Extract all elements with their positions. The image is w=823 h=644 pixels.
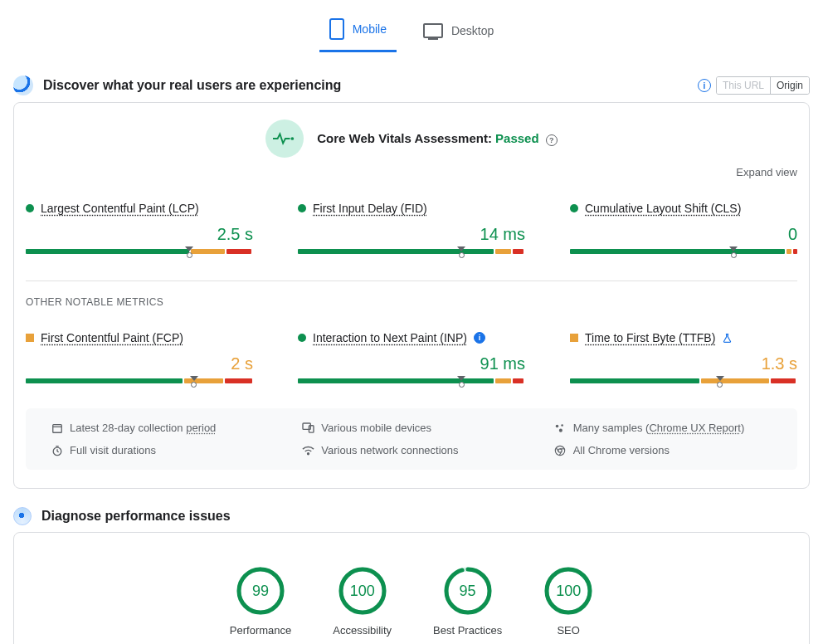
- ttfb-label[interactable]: Time to First Byte (TTFB): [585, 331, 715, 344]
- assessment-status: Passed: [495, 131, 539, 145]
- metric-fcp: First Contentful Paint (FCP) 2 s: [26, 331, 253, 383]
- info-icon[interactable]: i: [698, 79, 711, 92]
- assessment-label-text: Core Web Vitals Assessment:: [317, 131, 492, 145]
- ttfb-bar: [570, 378, 797, 383]
- tab-desktop-label: Desktop: [451, 24, 494, 37]
- fid-label[interactable]: First Input Delay (FID): [313, 202, 427, 215]
- inp-bar: [298, 378, 525, 383]
- flask-experimental-icon[interactable]: [722, 333, 733, 344]
- meta-samples: Many samples (Chrome UX Report): [554, 422, 772, 434]
- assessment-row: Core Web Vitals Assessment: Passed ?: [26, 120, 797, 158]
- metric-cls: Cumulative Layout Shift (CLS) 0: [570, 202, 797, 254]
- gauge-badge-icon: [13, 507, 32, 525]
- gauge-accessibility-score: 100: [338, 566, 387, 616]
- gauge-performance-label: Performance: [230, 624, 291, 637]
- secondary-metrics: First Contentful Paint (FCP) 2 s Interac…: [26, 331, 797, 383]
- meta-durations: Full visit durations: [51, 444, 269, 456]
- gauge-performance[interactable]: 99 Performance: [230, 566, 291, 637]
- scope-origin[interactable]: Origin: [770, 77, 809, 94]
- meta-network: Various network connections: [302, 444, 520, 456]
- status-dot-warn-icon: [570, 334, 578, 342]
- gauge-best-practices-label: Best Practices: [433, 624, 502, 637]
- gauge-best-practices[interactable]: 95 Best Practices: [433, 566, 502, 637]
- other-metrics-label: OTHER NOTABLE METRICS: [26, 296, 797, 308]
- lcp-value: 2.5 s: [26, 225, 253, 244]
- inp-label[interactable]: Interaction to Next Paint (INP): [313, 331, 467, 344]
- diagnose-title: Diagnose performance issues: [41, 509, 810, 524]
- fid-value: 14 ms: [298, 225, 525, 244]
- samples-icon: [554, 422, 567, 434]
- svg-line-10: [57, 451, 59, 451]
- ttfb-value: 1.3 s: [570, 354, 797, 373]
- fcp-bar: [26, 378, 253, 383]
- gauge-seo-label: SEO: [543, 624, 593, 637]
- meta-samples-link[interactable]: Chrome UX Report: [649, 422, 741, 434]
- calendar-icon: [51, 422, 63, 434]
- help-icon[interactable]: ?: [546, 134, 558, 146]
- svg-point-12: [308, 452, 309, 454]
- diagnose-card: 99 Performance 100 Accessibility 95 Best…: [13, 532, 810, 644]
- mobile-icon: [329, 18, 344, 40]
- scope-toggle: This URL Origin: [716, 76, 810, 95]
- meta-box: Latest 28-day collection period Various …: [26, 408, 797, 470]
- discover-section-header: Discover what your real users are experi…: [13, 76, 810, 95]
- cls-label[interactable]: Cumulative Layout Shift (CLS): [585, 202, 741, 215]
- gauge-seo-score: 100: [543, 566, 593, 616]
- fcp-value: 2 s: [26, 354, 253, 373]
- meta-period-link[interactable]: period: [186, 422, 216, 434]
- metric-fid: First Input Delay (FID) 14 ms: [298, 202, 525, 254]
- users-globe-icon: [13, 76, 33, 95]
- status-dot-good-icon: [570, 204, 578, 212]
- meta-versions: All Chrome versions: [554, 444, 772, 456]
- svg-point-0: [291, 137, 295, 140]
- gauge-row: 99 Performance 100 Accessibility 95 Best…: [26, 566, 797, 637]
- chrome-icon: [554, 444, 567, 456]
- tab-mobile[interactable]: Mobile: [319, 12, 397, 52]
- lcp-label[interactable]: Largest Contentful Paint (LCP): [41, 202, 199, 215]
- clock-icon: [51, 444, 63, 456]
- fcp-label[interactable]: First Contentful Paint (FCP): [41, 331, 183, 344]
- svg-point-7: [559, 428, 562, 432]
- vitals-card: Core Web Vitals Assessment: Passed ? Exp…: [13, 102, 810, 489]
- wifi-icon: [302, 444, 314, 456]
- meta-period: Latest 28-day collection period: [51, 422, 269, 434]
- desktop-icon: [423, 23, 443, 38]
- status-dot-good-icon: [26, 204, 34, 212]
- devices-icon: [302, 422, 314, 434]
- meta-devices: Various mobile devices: [302, 422, 520, 434]
- fid-bar: [298, 249, 525, 254]
- cls-value: 0: [570, 225, 797, 244]
- pulse-icon: [265, 120, 304, 158]
- metric-ttfb: Time to First Byte (TTFB) 1.3 s: [570, 331, 797, 383]
- expand-view-link[interactable]: Expand view: [26, 166, 797, 178]
- scope-this-url[interactable]: This URL: [717, 77, 770, 94]
- status-dot-good-icon: [298, 204, 306, 212]
- svg-point-5: [556, 424, 559, 427]
- tab-mobile-label: Mobile: [353, 22, 387, 36]
- svg-line-16: [556, 447, 558, 451]
- metric-inp: Interaction to Next Paint (INP) i 91 ms: [298, 331, 525, 383]
- gauge-accessibility[interactable]: 100 Accessibility: [333, 566, 392, 637]
- gauge-best-practices-score: 95: [443, 566, 493, 616]
- gauge-accessibility-label: Accessibility: [333, 624, 392, 637]
- inp-info-icon[interactable]: i: [474, 332, 485, 344]
- tab-desktop[interactable]: Desktop: [413, 12, 504, 52]
- lcp-bar: [26, 249, 253, 254]
- discover-title: Discover what your real users are experi…: [43, 78, 688, 93]
- svg-rect-1: [52, 424, 61, 432]
- device-tabs: Mobile Desktop: [13, 0, 810, 64]
- assessment-label: Core Web Vitals Assessment: Passed ?: [317, 131, 558, 146]
- status-dot-warn-icon: [26, 334, 34, 342]
- gauge-seo[interactable]: 100 SEO: [543, 566, 593, 637]
- metric-lcp: Largest Contentful Paint (LCP) 2.5 s: [26, 202, 253, 254]
- cls-bar: [570, 249, 797, 254]
- divider: [26, 281, 797, 281]
- right-controls: i This URL Origin: [698, 76, 810, 95]
- diagnose-section-header: Diagnose performance issues: [13, 507, 810, 525]
- gauge-performance-score: 99: [236, 566, 285, 616]
- primary-metrics: Largest Contentful Paint (LCP) 2.5 s Fir…: [26, 202, 797, 254]
- svg-point-6: [561, 424, 563, 427]
- status-dot-good-icon: [298, 334, 306, 342]
- inp-value: 91 ms: [298, 354, 525, 373]
